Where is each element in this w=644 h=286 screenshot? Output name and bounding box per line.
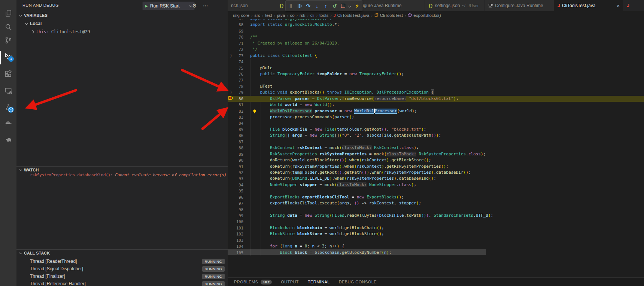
- close-icon[interactable]: ×: [617, 3, 620, 9]
- line-number[interactable]: 86: [234, 133, 243, 139]
- line-number[interactable]: 92: [234, 170, 243, 176]
- breadcrumb-item[interactable]: rskj-core: [233, 13, 249, 18]
- code-line-90[interactable]: 90 doReturn(world.getBlockStore()).when(…: [228, 157, 644, 163]
- code-line-93[interactable]: 93 doReturn(DbKind.LEVEL_DB).when(rskSys…: [228, 176, 644, 182]
- code-line-75[interactable]: 75 @Rule: [228, 65, 644, 71]
- code-editor[interactable]: 67import static org.junit.Assert.*;68imp…: [228, 19, 644, 277]
- line-number[interactable]: 89: [234, 151, 243, 157]
- code-line-91[interactable]: 91 doReturn(rskSystemProperties).when(rs…: [228, 164, 644, 170]
- start-debug-icon[interactable]: ▶: [145, 4, 148, 8]
- code-line-101[interactable]: 101 Blockchain blockchain = world.getBlo…: [228, 225, 644, 231]
- line-number[interactable]: 72: [234, 46, 243, 52]
- code-line-103[interactable]: 103: [228, 237, 644, 243]
- breadcrumb-item[interactable]: test: [265, 13, 272, 18]
- breadcrumb-item[interactable]: exportBlocks(): [408, 13, 441, 18]
- line-number[interactable]: 88: [234, 145, 243, 151]
- more-actions-icon[interactable]: ⋯: [203, 1, 208, 10]
- breakpoint-gutter[interactable]: [228, 145, 234, 151]
- line-number[interactable]: 76: [234, 71, 243, 77]
- breakpoint-gutter[interactable]: [228, 65, 234, 71]
- breakpoint-gutter[interactable]: [228, 157, 234, 163]
- remote-explorer-icon[interactable]: [0, 83, 16, 98]
- code-line-71[interactable]: 71 * Created by ajlopez on 26/04/2020.: [228, 40, 644, 46]
- breakpoint-gutter[interactable]: [228, 133, 234, 139]
- breakpoint-gutter[interactable]: [228, 219, 234, 225]
- panel-tab-terminal[interactable]: TERMINAL: [308, 280, 330, 284]
- line-number[interactable]: 85: [234, 127, 243, 133]
- breakpoint-gutter[interactable]: [228, 40, 234, 46]
- lightbulb-icon[interactable]: [252, 109, 257, 114]
- tab-settings.json[interactable]: {}settings.json~/.../User: [425, 0, 485, 11]
- code-line-96[interactable]: 96 ExportBlocks exportBlocksCliTool = ne…: [228, 194, 644, 200]
- code-line-97[interactable]: 97 exportBlocksCliTool.execute(args, () …: [228, 200, 644, 206]
- line-number[interactable]: 78: [234, 83, 243, 89]
- run-and-debug-icon[interactable]: 1: [0, 49, 16, 64]
- breakpoint-gutter[interactable]: [228, 83, 234, 89]
- breakpoint-gutter[interactable]: [228, 188, 234, 194]
- panel-tab-debug-console[interactable]: DEBUG CONSOLE: [339, 280, 377, 284]
- code-line-68[interactable]: 68import static org.mockito.Mockito.*;: [228, 22, 644, 28]
- step-out-icon[interactable]: ↑: [322, 2, 329, 10]
- breakpoint-gutter[interactable]: [228, 28, 234, 34]
- code-line-85[interactable]: 85 File blocksFile = new File(tempFolder…: [228, 127, 644, 133]
- line-number[interactable]: 80: [234, 96, 243, 102]
- code-line-76[interactable]: 76 public TemporaryFolder tempFolder = n…: [228, 71, 644, 77]
- breadcrumb-item[interactable]: JCliToolsTest.java: [334, 13, 370, 18]
- call-stack-thread[interactable]: Thread [Signal Dispatcher]RUNNING: [16, 265, 228, 273]
- restart-icon[interactable]: ↺: [331, 2, 338, 10]
- line-number[interactable]: 81: [234, 102, 243, 108]
- line-number[interactable]: 96: [234, 194, 243, 200]
- code-line-99[interactable]: 99 String data = new String(Files.readAl…: [228, 213, 644, 219]
- breakpoint-gutter[interactable]: [228, 127, 234, 133]
- breakpoint-gutter[interactable]: [228, 71, 234, 77]
- line-number[interactable]: 74: [234, 59, 243, 65]
- line-number[interactable]: 75: [234, 65, 243, 71]
- code-line-78[interactable]: 78 @Test: [228, 83, 644, 89]
- testing-icon[interactable]: [0, 100, 16, 115]
- code-line-98[interactable]: 98: [228, 207, 644, 213]
- variables-scope-local[interactable]: Local: [25, 21, 42, 26]
- line-number[interactable]: 102: [234, 231, 243, 237]
- code-line-92[interactable]: 92 doReturn(tempFolder.getRoot().getPath…: [228, 170, 644, 176]
- breadcrumb-item[interactable]: src: [254, 13, 260, 18]
- stop-options-chevron-icon[interactable]: [348, 2, 352, 10]
- code-line-69[interactable]: 69: [228, 28, 644, 34]
- breakpoint-gutter[interactable]: [228, 170, 234, 176]
- variables-section-header[interactable]: VARIABLES: [19, 13, 48, 18]
- hot-code-replace-icon[interactable]: [353, 2, 361, 10]
- breakpoint-gutter[interactable]: [228, 108, 234, 114]
- code-line-77[interactable]: 77: [228, 77, 644, 83]
- breakpoint-gutter[interactable]: [228, 59, 234, 65]
- watch-expression[interactable]: rskSystemProperties.databaseKind(): Cann…: [30, 173, 226, 177]
- line-number[interactable]: 82: [234, 108, 243, 114]
- breadcrumb-item[interactable]: rsk: [300, 13, 305, 18]
- breakpoint-gutter[interactable]: [228, 225, 234, 231]
- line-number[interactable]: 69: [234, 28, 243, 34]
- code-line-73[interactable]: )73public class CliToolsTest {: [228, 53, 644, 59]
- breakpoint-gutter[interactable]: [228, 139, 234, 145]
- line-number[interactable]: 91: [234, 164, 243, 170]
- line-number[interactable]: 83: [234, 114, 243, 120]
- overlapping-brace-hint-icon[interactable]: ): [228, 53, 234, 59]
- breadcrumb-item[interactable]: tools: [319, 13, 328, 18]
- line-number[interactable]: 94: [234, 182, 243, 188]
- code-line-83[interactable]: 83 processor.processCommands(parser);: [228, 114, 644, 120]
- code-line-86[interactable]: 86 String[] args = new String[]{"0", "2"…: [228, 133, 644, 139]
- drag-handle-icon[interactable]: ⣿: [287, 2, 294, 10]
- line-number[interactable]: 95: [234, 188, 243, 194]
- call-stack-thread[interactable]: Thread [Reference Handler]RUNNING: [16, 280, 228, 286]
- breakpoint-gutter[interactable]: [228, 164, 234, 170]
- line-number[interactable]: 70: [234, 34, 243, 40]
- breakpoint-gutter[interactable]: [228, 120, 234, 126]
- launch-config-dropdown[interactable]: ▶ Run RSK Start: [142, 1, 195, 10]
- call-stack-thread[interactable]: Thread [ReaderThread]RUNNING: [16, 258, 228, 265]
- code-line-72[interactable]: 72 */: [228, 46, 644, 52]
- line-number[interactable]: 87: [234, 139, 243, 145]
- code-line-70[interactable]: 70/**: [228, 34, 644, 40]
- breakpoint-gutter[interactable]: [228, 243, 234, 249]
- breakpoint-gutter[interactable]: [228, 151, 234, 157]
- line-number[interactable]: 73: [234, 53, 243, 59]
- tab-Configure Java Runtime[interactable]: Configure Java Runtime: [485, 0, 554, 11]
- line-number[interactable]: 84: [234, 120, 243, 126]
- breakpoint-gutter[interactable]: [228, 114, 234, 120]
